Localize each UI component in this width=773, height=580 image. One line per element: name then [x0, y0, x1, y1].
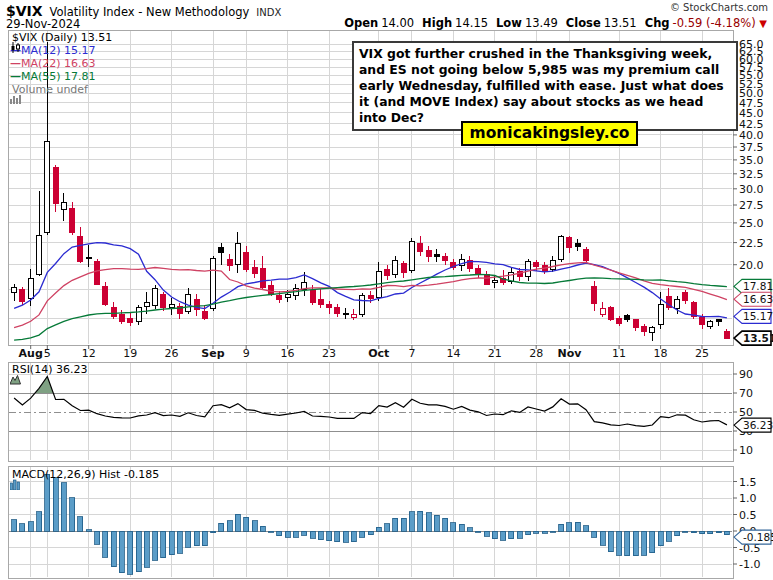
rsi-legend: RSI(14) 36.23: [10, 363, 87, 376]
svg-text:16: 16: [281, 347, 295, 360]
date-axis-labels: Aug5121926Sep91623Oct7142128Nov111825: [19, 345, 709, 360]
macd-panel: 1.51.00.50.0-0.5-1.0-0.185: [0, 466, 773, 580]
svg-text:28: 28: [529, 347, 543, 360]
price-legend: $VIX (Daily) 13.51 —MA(12) 15.17 —MA(22)…: [10, 31, 112, 96]
svg-text:26: 26: [165, 347, 179, 360]
ohlc-quote-row: Open14.00High14.15Low13.49Close13.51Chg-…: [344, 16, 767, 30]
exchange-badge: INDX: [256, 7, 281, 18]
svg-text:32.5: 32.5: [739, 168, 764, 181]
svg-text:36.23: 36.23: [743, 419, 773, 431]
svg-text:5: 5: [44, 347, 51, 360]
svg-text:25.0: 25.0: [739, 217, 764, 230]
rsi-panel: 907050301036.23: [0, 362, 773, 464]
svg-text:30.0: 30.0: [739, 183, 764, 196]
analyst-note-annotation: VIX got further crushed in the Thanksgiv…: [352, 41, 738, 131]
ma55-legend-marker: —: [10, 70, 21, 83]
legend-row-ma22: —MA(22) 16.63: [10, 57, 112, 70]
open-value: 14.00: [381, 16, 414, 30]
svg-text:1.5: 1.5: [739, 476, 757, 489]
chg-value: -0.59 (-4.18%): [673, 16, 756, 30]
macd-legend: MACD(12,26,9) Hist -0.185: [10, 468, 159, 481]
close-label: Close: [566, 16, 601, 30]
svg-text:9: 9: [243, 347, 250, 360]
svg-text:21: 21: [488, 347, 502, 360]
svg-text:Aug: Aug: [19, 347, 43, 360]
svg-text:23: 23: [322, 347, 336, 360]
macd-grid: [8, 466, 733, 578]
svg-text:-1.0: -1.0: [739, 558, 760, 571]
svg-text:17.81: 17.81: [743, 280, 773, 292]
low-value: 13.49: [525, 16, 558, 30]
rsi-grid: [8, 362, 733, 461]
svg-text:90: 90: [739, 368, 753, 381]
high-label: High: [422, 16, 452, 30]
svg-text:50: 50: [739, 406, 753, 419]
macd-legend-text: MACD(12,26,9) Hist -0.185: [12, 468, 159, 481]
macd-histogram: [12, 474, 730, 574]
open-label: Open: [344, 16, 378, 30]
svg-text:1.0: 1.0: [739, 492, 757, 505]
stockcharts-vix-chart: $VIXVolatility Index - New MethodologyIN…: [0, 0, 773, 580]
axis-tag-13.51: 13.51: [734, 331, 773, 345]
chart-date: 29-Nov-2024: [6, 17, 80, 31]
legend-ma12-text: MA(12) 15.17: [21, 44, 96, 57]
legend-ma55-text: MA(55) 17.81: [21, 70, 96, 83]
svg-text:37.5: 37.5: [739, 141, 764, 154]
svg-text:Sep: Sep: [201, 347, 224, 360]
axis-tag--0.185: -0.185: [734, 530, 773, 544]
high-value: 14.15: [455, 16, 488, 30]
ma22-legend-marker: —: [10, 57, 21, 70]
svg-text:18: 18: [654, 347, 668, 360]
legend-row-volume: Volume undef: [10, 83, 112, 96]
svg-text:25: 25: [695, 347, 709, 360]
svg-text:0.5: 0.5: [739, 509, 757, 522]
svg-text:14: 14: [446, 347, 460, 360]
legend-row-ma12: —MA(12) 15.17: [10, 44, 112, 57]
svg-text:20.0: 20.0: [739, 259, 764, 272]
svg-text:12: 12: [82, 347, 96, 360]
svg-text:16.63: 16.63: [743, 293, 773, 305]
axis-tag-17.81: 17.81: [734, 279, 773, 293]
copyright-text: © StockCharts.com: [670, 2, 768, 13]
chg-label: Chg: [645, 16, 670, 30]
legend-row-symbol: $VIX (Daily) 13.51: [10, 31, 112, 44]
svg-text:-0.185: -0.185: [743, 531, 773, 543]
macd-axis-labels: 1.51.00.50.0-0.5-1.0: [733, 476, 760, 572]
svg-text:40.0: 40.0: [739, 129, 764, 142]
svg-text:13.51: 13.51: [743, 332, 773, 344]
rsi-legend-text: RSI(14) 36.23: [12, 363, 87, 376]
ma12-line: [14, 243, 727, 318]
svg-text:Nov: Nov: [557, 347, 582, 360]
legend-row-ma55: —MA(55) 17.81: [10, 70, 112, 83]
rsi-line: [14, 377, 727, 427]
svg-text:27.5: 27.5: [739, 199, 764, 212]
svg-text:15.17: 15.17: [743, 310, 773, 322]
axis-tag-15.17: 15.17: [734, 309, 773, 323]
ma55-line: [14, 275, 727, 341]
svg-text:19: 19: [123, 347, 137, 360]
svg-text:11: 11: [612, 347, 626, 360]
legend-ma22-text: MA(22) 16.63: [21, 57, 96, 70]
legend-symbol-text: $VIX (Daily) 13.51: [12, 31, 112, 44]
axis-tag-16.63: 16.63: [734, 292, 773, 306]
svg-text:7: 7: [408, 347, 415, 360]
svg-text:22.5: 22.5: [739, 237, 764, 250]
axis-tag-36.23: 36.23: [734, 418, 773, 432]
close-value: 13.51: [604, 16, 637, 30]
chg-down-arrow-icon: ▼: [759, 18, 767, 29]
svg-text:Oct: Oct: [368, 347, 389, 360]
svg-text:70: 70: [739, 387, 753, 400]
low-label: Low: [496, 16, 522, 30]
legend-volume-text: Volume undef: [12, 83, 88, 96]
svg-text:35.0: 35.0: [739, 154, 764, 167]
rsi-axis-labels: 9070503010: [733, 368, 753, 457]
svg-text:10: 10: [739, 444, 753, 457]
brand-watermark: monicakingsley.co: [461, 121, 638, 146]
